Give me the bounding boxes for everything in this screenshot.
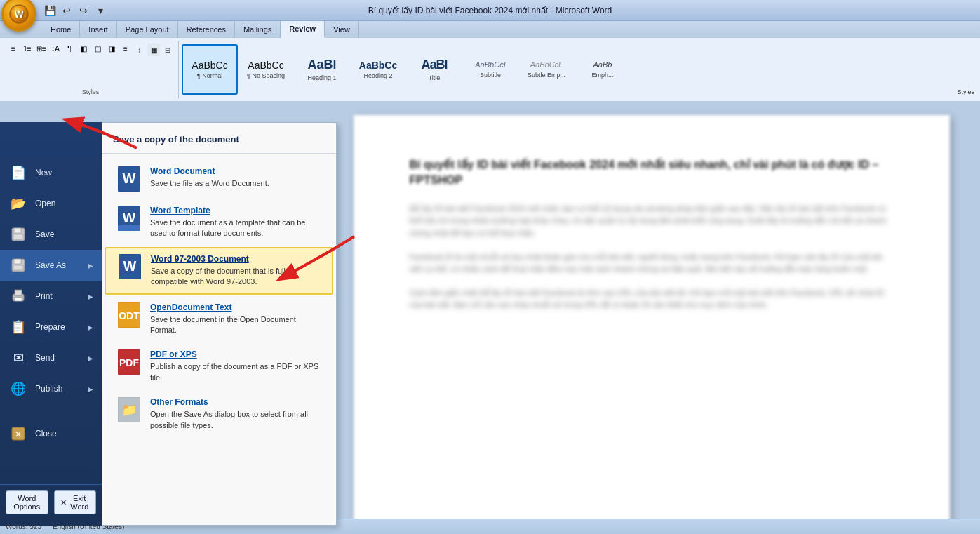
align-right-button[interactable]: ◨ [105,42,118,55]
word-options-button[interactable]: Word Options [6,490,48,514]
exit-word-button[interactable]: ✕ Exit Word [54,490,97,514]
svg-text:PDF: PDF [119,357,139,368]
menu-footer: Word Options ✕ Exit Word [0,484,102,520]
menu-item-publish[interactable]: 🌐 Publish ▶ [0,373,102,404]
menu-item-send[interactable]: ✉ Send ▶ [0,342,102,373]
tab-mailings[interactable]: Mailings [235,21,281,38]
style-normal[interactable]: AaBbCc ¶ Normal [182,44,238,95]
submenu-other-formats[interactable]: 📁 Other Formats Open the Save As dialog … [105,391,333,437]
menu-item-close[interactable]: ✕ Close [0,418,102,449]
menu-item-prepare[interactable]: 📋 Prepare ▶ [0,312,102,342]
pdf-xps-text: PDF or XPS Publish a copy of the documen… [150,349,321,383]
document-body-1: Để lấy ID bài viết Facebook 2024 mới nhấ… [410,203,894,240]
main-area: 📄 New 📂 Open Save [0,101,980,533]
word-doc-title: Word Document [150,166,269,176]
submenu-title: Save a copy of the document [102,128,336,154]
pilcrow-button[interactable]: ¶ [63,42,76,55]
style-heading1[interactable]: AaBl Heading 1 [294,44,350,95]
word-template-desc: Save the document as a template that can… [150,218,321,239]
tab-home[interactable]: Home [42,21,80,38]
line-spacing-button[interactable]: ↕ [133,44,146,56]
style-subtitle-preview: AaBbCcI [475,60,505,69]
menu-item-print[interactable]: Print ▶ [0,281,102,312]
qat-redo-button[interactable]: ↪ [76,4,91,18]
opendoc-desc: Save the document in the Open Document F… [150,314,321,336]
submenu-opendoc[interactable]: ODT OpenDocument Text Save the document … [105,296,333,342]
ribbon-content: ≡ 1≡ ⊞≡ ↕A ¶ ◧ ◫ ◨ ≡ ↕ ▦ ⊟ Styles [0,38,980,101]
title-bar: W 💾 ↩ ↪ ▾ Bí quyết lấy ID bài viết Faceb… [0,0,980,21]
menu-item-save-as[interactable]: Save As ▶ [0,250,102,281]
ribbon-tabs: Home Insert Page Layout References Maili… [0,21,980,38]
align-center-button[interactable]: ◫ [91,42,104,55]
tab-insert[interactable]: Insert [80,21,117,38]
style-subtle-emphasis[interactable]: AaBbCcL Subtle Emp... [518,44,575,95]
document-title: Bí quyết lấy ID bài viết Facebook 2024 m… [410,157,894,189]
align-left-button[interactable]: ◧ [77,42,90,55]
submenu-word-template[interactable]: W Word Template Save the document as a t… [105,199,333,246]
menu-item-open[interactable]: 📂 Open [0,188,102,219]
menu-prepare-label: Prepare [35,322,65,332]
save-icon [8,225,28,244]
tab-page-layout[interactable]: Page Layout [117,21,178,38]
style-title-preview: AaBl [421,58,447,73]
office-menu-overlay: 📄 New 📂 Open Save [0,122,337,526]
menu-publish-label: Publish [35,384,62,394]
multilevel-list-button[interactable]: ⊞≡ [35,42,48,55]
qat-save-button[interactable]: 💾 [42,4,58,18]
list-numbers-button[interactable]: 1≡ [21,42,34,55]
opendoc-text: OpenDocument Text Save the document in t… [150,302,321,336]
style-heading1-name: Heading 1 [307,74,336,81]
svg-rect-17 [118,225,140,231]
style-emphasis[interactable]: AaBb Emph... [575,44,631,95]
justify-button[interactable]: ≡ [119,42,132,55]
word-97-2003-title: Word 97-2003 Document [151,254,321,264]
submenu-word-document[interactable]: W Word Document Save the file as a Word … [105,160,333,198]
pdf-xps-icon: PDF [116,349,142,375]
submenu-word-97-2003[interactable]: W Word 97-2003 Document Save a copy of t… [105,247,333,295]
tab-review[interactable]: Review [281,21,325,38]
svg-text:W: W [123,258,137,274]
word-doc-text: Word Document Save the file as a Word Do… [150,166,269,189]
list-bullets-button[interactable]: ≡ [7,42,20,55]
qat-customize-button[interactable]: ▾ [93,4,108,18]
word-doc-icon: W [116,166,142,192]
borders-button[interactable]: ⊟ [161,44,174,56]
menu-close-label: Close [35,429,57,439]
style-subtitle-name: Subtitle [480,72,501,79]
sort-button[interactable]: ↕A [49,42,62,55]
svg-text:📁: 📁 [121,402,137,418]
publish-arrow: ▶ [88,385,93,393]
menu-save-label: Save [35,229,54,239]
style-subtitle[interactable]: AaBbCcI Subtitle [462,44,518,95]
menu-open-label: Open [35,199,55,208]
tab-references[interactable]: References [178,21,235,38]
saveas-submenu: Save a copy of the document W Word Docum… [102,122,337,526]
style-heading1-preview: AaBl [307,58,336,73]
paragraph-buttons: ≡ 1≡ ⊞≡ ↕A ¶ ◧ ◫ ◨ ≡ ↕ ▦ ⊟ [7,42,174,56]
tab-view[interactable]: View [325,21,359,38]
prepare-icon: 📋 [8,317,28,337]
style-title[interactable]: AaBl Title [406,44,462,95]
style-no-spacing-preview: AaBbCc [248,60,283,72]
submenu-pdf-xps[interactable]: PDF PDF or XPS Publish a copy of the doc… [105,343,333,389]
send-icon: ✉ [8,348,28,368]
style-heading2-name: Heading 2 [363,72,392,79]
qat-undo-button[interactable]: ↩ [59,4,74,18]
style-no-spacing[interactable]: AaBbCc ¶ No Spacing [238,44,294,95]
menu-item-new[interactable]: 📄 New [0,157,102,188]
open-icon: 📂 [8,194,28,213]
shading-button[interactable]: ▦ [147,44,160,56]
svg-rect-3 [14,228,21,233]
menu-item-save[interactable]: Save [0,219,102,250]
svg-text:W: W [123,210,136,225]
word-97-2003-icon: W [117,254,142,279]
document-page: Bí quyết lấy ID bài viết Facebook 2024 m… [354,115,950,533]
style-heading2[interactable]: AaBbCc Heading 2 [350,44,406,95]
other-formats-text: Other Formats Open the Save As dialog bo… [150,397,321,431]
save-as-arrow: ▶ [88,262,93,269]
save-as-icon [8,255,28,275]
office-button[interactable]: W [1,0,36,32]
svg-rect-7 [13,265,23,270]
style-no-spacing-name: ¶ No Spacing [247,72,285,79]
style-subtle-emphasis-name: Subtle Emp... [528,72,565,79]
